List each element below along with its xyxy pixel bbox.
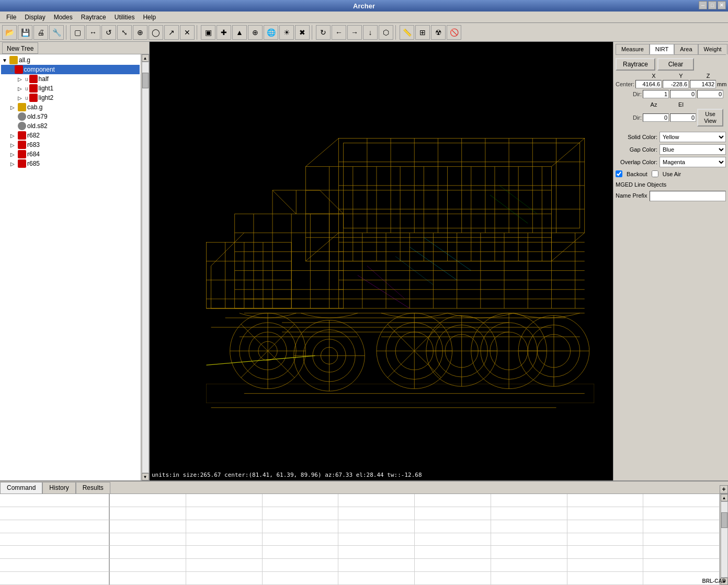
tree-item-r682[interactable]: ▷ r682 — [1, 131, 140, 140]
tree-scrollbar[interactable]: ▲ ▼ — [141, 54, 149, 480]
toolbar-rotate[interactable]: ↺ — [101, 25, 116, 40]
menu-utilities[interactable]: Utilities — [110, 13, 139, 22]
toolbar-scale[interactable]: ⤡ — [117, 25, 132, 40]
backout-checkbox[interactable] — [616, 170, 622, 177]
toolbar-save[interactable]: 💾 — [18, 25, 32, 40]
grid-cell-7-5 — [338, 572, 415, 585]
toolbar-grid[interactable]: ⊞ — [415, 25, 430, 40]
az-header: Az — [641, 101, 667, 108]
dir2-el-field[interactable] — [670, 113, 696, 122]
toolbar-crosshair[interactable]: ⊕ — [248, 25, 263, 40]
tree-item-light2[interactable]: ▷ u light2 — [1, 93, 140, 102]
close-button[interactable]: ✕ — [718, 1, 726, 9]
grid-cell-5-8 — [567, 546, 644, 559]
bottom-scrollbar[interactable]: ▲ ▼ — [720, 494, 728, 585]
use-air-checkbox[interactable] — [652, 170, 658, 177]
dir1-y-field[interactable] — [670, 90, 696, 98]
toolbar-measure[interactable]: 📏 — [400, 25, 414, 40]
toolbar-erase[interactable]: ✖ — [295, 25, 310, 40]
toolbar-move[interactable]: ↔ — [86, 25, 100, 40]
maximize-button[interactable]: □ — [708, 1, 716, 9]
tab-weight[interactable]: Weight — [698, 44, 727, 54]
menu-modes[interactable]: Modes — [50, 13, 77, 22]
tree-item-r683[interactable]: ▷ r683 — [1, 140, 140, 150]
toolbar-block[interactable]: 🚫 — [447, 25, 461, 40]
toolbar-open[interactable]: 📂 — [2, 25, 17, 40]
center-y-field[interactable] — [663, 80, 689, 88]
toolbar-target[interactable]: ⊕ — [133, 25, 147, 40]
menu-help[interactable]: Help — [139, 13, 160, 22]
toolbar-cursor[interactable]: ↗ — [164, 25, 179, 40]
toolbar-print[interactable]: 🖨 — [33, 25, 48, 40]
tab-nirt[interactable]: NIRT — [650, 44, 674, 54]
solid-color-select[interactable]: Yellow Red Green Blue White — [659, 132, 726, 142]
add-tab-button[interactable]: + — [720, 485, 728, 494]
toolbar: 📂 💾 🖨 🔧 ▢ ↔ ↺ ⤡ ⊕ ◯ ↗ ✕ ▣ ✚ ▲ ⊕ 🌐 ☀ ✖ ↻ … — [0, 23, 728, 42]
toolbar-settings[interactable]: 🔧 — [49, 25, 64, 40]
menu-display[interactable]: Display — [20, 13, 49, 22]
tree-item-old-s82[interactable]: old.s82 — [1, 121, 140, 131]
dir2-az-field[interactable] — [643, 113, 669, 122]
tree-item-light1[interactable]: ▷ u light1 — [1, 84, 140, 93]
arrow-r683: ▷ — [10, 142, 18, 148]
tree-item-r685[interactable]: ▷ r685 — [1, 159, 140, 168]
dir1-z-field[interactable] — [697, 90, 723, 98]
toolbar-view[interactable]: ⬡ — [379, 25, 393, 40]
scroll-track[interactable] — [142, 62, 149, 473]
tree-item-all-g[interactable]: ▼ all.g — [1, 55, 140, 65]
icon-cab-g — [18, 103, 26, 111]
bottom-scroll-thumb[interactable] — [721, 512, 727, 528]
clear-button[interactable]: Clear — [657, 58, 694, 71]
scroll-thumb[interactable] — [142, 73, 149, 88]
minimize-button[interactable]: ─ — [699, 1, 707, 9]
toolbar-plus[interactable]: ✚ — [217, 25, 231, 40]
grid-cell-1-4 — [263, 494, 339, 507]
toolbar-ray[interactable]: ☀ — [279, 25, 294, 40]
toolbar-back[interactable]: ← — [332, 25, 346, 40]
overlap-color-select[interactable]: Magenta Red Green Blue Yellow — [659, 157, 726, 167]
new-tree-tab[interactable]: New Tree — [2, 42, 38, 54]
toolbar-x[interactable]: ✕ — [180, 25, 195, 40]
center-z-field[interactable] — [690, 80, 716, 88]
tab-history[interactable]: History — [42, 482, 75, 494]
toolbar-up[interactable]: ▲ — [232, 25, 247, 40]
brl-cad-logo: BRL-CAD — [702, 578, 726, 584]
center-x-field[interactable] — [635, 80, 662, 88]
menu-raytrace[interactable]: Raytrace — [77, 13, 110, 22]
tab-area[interactable]: Area — [674, 44, 698, 54]
toolbar-radiation[interactable]: ☢ — [431, 25, 446, 40]
grid-cell-4-9 — [643, 533, 720, 546]
use-view-button[interactable]: UseView — [697, 109, 723, 127]
name-prefix-field[interactable] — [650, 191, 726, 201]
bottom-scroll-up[interactable]: ▲ — [721, 494, 728, 501]
toolbar-circle[interactable]: ◯ — [149, 25, 163, 40]
tree-item-cab-g[interactable]: ▷ cab.g — [1, 102, 140, 112]
union-light1: u — [25, 86, 28, 91]
menu-file[interactable]: File — [2, 13, 20, 22]
dir1-x-field[interactable] — [643, 90, 669, 98]
tab-command[interactable]: Command — [0, 482, 42, 494]
scroll-up-arrow[interactable]: ▲ — [142, 54, 149, 62]
raytrace-button[interactable]: Raytrace — [616, 58, 655, 71]
scroll-down-arrow[interactable]: ▼ — [142, 473, 149, 480]
grid-cell-7-8 — [567, 572, 644, 585]
viewport[interactable]: units:in size:265.67 center:(81.41, 61.3… — [150, 42, 613, 480]
tab-measure[interactable]: Measure — [616, 44, 650, 54]
bottom-scroll-track[interactable] — [721, 501, 728, 578]
toolbar-forward[interactable]: → — [347, 25, 362, 40]
gap-color-select[interactable]: Blue Red Green Yellow White — [659, 144, 726, 155]
toolbar-select[interactable]: ▢ — [70, 25, 85, 40]
tab-results[interactable]: Results — [76, 482, 110, 494]
svg-line-98 — [320, 190, 343, 214]
toolbar-down[interactable]: ↓ — [363, 25, 378, 40]
unit-label: mm — [717, 81, 726, 87]
toolbar-globe[interactable]: 🌐 — [264, 25, 278, 40]
tree-item-component[interactable]: u component — [1, 65, 140, 74]
grid-cell-7-3 — [186, 572, 263, 585]
tree-item-r684[interactable]: ▷ r684 — [1, 150, 140, 159]
tree-item-old-s79[interactable]: old.s79 — [1, 112, 140, 121]
tree-item-half[interactable]: ▷ u half — [1, 74, 140, 84]
toolbar-refresh[interactable]: ↻ — [316, 25, 331, 40]
bottom-content: ▲ ▼ — [0, 494, 728, 585]
toolbar-box[interactable]: ▣ — [201, 25, 215, 40]
